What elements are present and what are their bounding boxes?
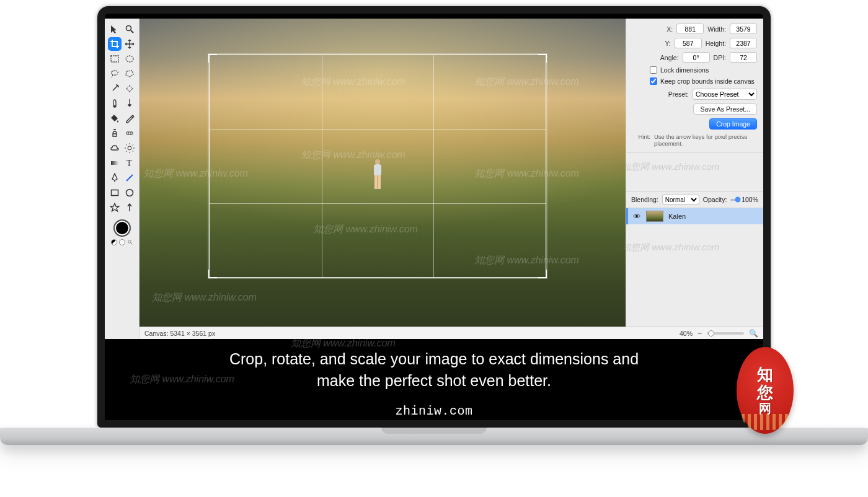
- x-field[interactable]: [676, 24, 704, 34]
- pencil-tool[interactable]: [123, 112, 136, 125]
- fill-tool[interactable]: [108, 112, 122, 125]
- dpi-label: DPI:: [714, 54, 726, 61]
- svg-point-5: [113, 105, 115, 107]
- svg-rect-10: [111, 161, 118, 165]
- preset-select[interactable]: Choose Preset: [693, 89, 757, 100]
- zoom-value: 40%: [680, 330, 693, 337]
- brush-tool[interactable]: [123, 97, 136, 110]
- opacity-label: Opacity:: [703, 196, 727, 203]
- layer-thumbnail: [646, 211, 663, 222]
- svg-line-12: [126, 175, 133, 181]
- y-field[interactable]: [675, 38, 702, 48]
- watermark-text: 知您网 www.zhiniw.com: [621, 161, 719, 173]
- svg-rect-13: [111, 190, 118, 196]
- status-bar: Canvas: 5341 × 3561 px 40% − 🔍: [140, 327, 763, 339]
- svg-point-0: [126, 26, 131, 31]
- zoom-out-button[interactable]: −: [698, 329, 702, 338]
- y-label: Y:: [665, 40, 670, 47]
- crop-handle-tl[interactable]: [208, 54, 217, 63]
- rect-shape-tool[interactable]: [108, 186, 122, 200]
- height-field[interactable]: [730, 38, 757, 48]
- x-label: X:: [666, 25, 673, 33]
- dpi-field[interactable]: [730, 52, 757, 63]
- layer-name: Kalen: [668, 213, 686, 220]
- lock-dimensions-checkbox[interactable]: [650, 66, 657, 74]
- svg-point-15: [128, 240, 130, 243]
- background-color-swatch[interactable]: [119, 239, 125, 245]
- line-tool[interactable]: [123, 171, 136, 185]
- cloud-tool[interactable]: [108, 141, 122, 155]
- eyedropper-tool[interactable]: [108, 97, 122, 110]
- clone-tool[interactable]: [108, 126, 122, 140]
- svg-point-4: [127, 86, 132, 91]
- default-colors-icon[interactable]: [111, 239, 117, 245]
- laptop-notch: [381, 428, 487, 434]
- crop-handle-tr[interactable]: [538, 54, 547, 63]
- move-tool[interactable]: [108, 22, 122, 36]
- save-preset-button[interactable]: Save As Preset...: [693, 103, 757, 115]
- heal-tool[interactable]: [123, 126, 136, 140]
- quick-select-tool[interactable]: [123, 82, 136, 95]
- opacity-value: 100%: [742, 196, 758, 203]
- pen-tool[interactable]: [108, 171, 122, 185]
- crop-image-button[interactable]: Crop Image: [709, 118, 757, 130]
- blending-label: Blending:: [631, 196, 658, 203]
- tool-palette: T: [105, 19, 140, 339]
- svg-rect-6: [126, 132, 133, 134]
- canvas-viewport[interactable]: 知您网 www.zhiniw.com 知您网 www.zhiniw.com 知您…: [140, 19, 626, 339]
- arrow-shape-tool[interactable]: [123, 201, 136, 214]
- svg-point-3: [126, 56, 133, 62]
- lasso-tool[interactable]: [108, 67, 122, 81]
- text-tool[interactable]: T: [123, 156, 136, 170]
- hint-text: Use the arrow keys for pixel precise pla…: [654, 133, 757, 147]
- canvas-size-label: Canvas: 5341 × 3561 px: [144, 330, 215, 337]
- lock-dimensions-label: Lock dimensions: [660, 66, 709, 74]
- crop-rectangle[interactable]: [209, 55, 546, 278]
- svg-point-14: [126, 190, 133, 196]
- hint-label: Hint:: [635, 133, 650, 147]
- marquee-rect-tool[interactable]: [108, 52, 122, 66]
- star-shape-tool[interactable]: [108, 201, 122, 214]
- width-label: Width:: [707, 25, 726, 33]
- marquee-ellipse-tool[interactable]: [123, 52, 136, 66]
- layer-item[interactable]: 👁 Kalen: [626, 208, 763, 224]
- width-field[interactable]: [730, 24, 757, 34]
- angle-label: Angle:: [660, 54, 679, 61]
- layers-list: 👁 Kalen 知您网 www.zhiniw.com: [626, 208, 763, 327]
- angle-field[interactable]: [683, 52, 710, 63]
- svg-line-16: [130, 243, 131, 244]
- svg-text:T: T: [126, 159, 132, 168]
- crop-handle-bl[interactable]: [208, 270, 217, 278]
- gradient-tool[interactable]: [108, 156, 122, 170]
- zoom-tool[interactable]: [123, 22, 136, 36]
- caption-line-2: make the perfect shot even better.: [317, 372, 551, 389]
- zoom-in-button[interactable]: 🔍: [749, 329, 758, 338]
- crop-tool[interactable]: [108, 37, 122, 51]
- svg-rect-2: [111, 56, 118, 62]
- foreground-color-swatch[interactable]: [113, 219, 131, 237]
- caption-line-1: Crop, rotate, and scale your image to ex…: [229, 350, 639, 367]
- height-label: Height:: [706, 40, 726, 47]
- blending-mode-select[interactable]: Normal: [662, 195, 699, 205]
- inspector-panel: X: Width: Y: Height: Angle: DPI:: [626, 19, 763, 339]
- svg-line-1: [131, 30, 133, 33]
- ellipse-shape-tool[interactable]: [123, 186, 136, 200]
- swap-colors-icon[interactable]: [127, 239, 133, 245]
- preset-label: Preset:: [668, 90, 689, 98]
- dodge-burn-tool[interactable]: [123, 141, 136, 155]
- wand-tool[interactable]: [108, 82, 122, 95]
- brand-seal: 知 您 网: [737, 347, 794, 434]
- svg-point-9: [128, 146, 131, 150]
- caption-url: zhiniw.com: [105, 404, 763, 418]
- watermark-text: 知您网 www.zhiniw.com: [621, 242, 719, 253]
- crop-handle-br[interactable]: [538, 270, 547, 278]
- zoom-slider[interactable]: [707, 332, 744, 335]
- image-editor-window: T: [105, 19, 763, 339]
- keep-bounds-checkbox[interactable]: [650, 77, 657, 85]
- polygon-lasso-tool[interactable]: [123, 67, 136, 81]
- transform-tool[interactable]: [123, 37, 136, 51]
- opacity-slider[interactable]: [730, 199, 738, 201]
- visibility-icon[interactable]: 👁: [633, 212, 641, 221]
- keep-bounds-label: Keep crop bounds inside canvas: [660, 77, 755, 85]
